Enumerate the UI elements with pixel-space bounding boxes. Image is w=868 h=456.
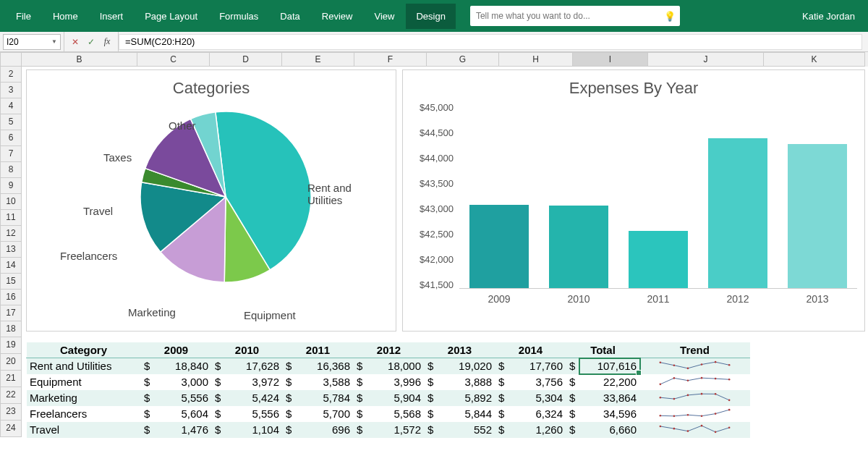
cell-value[interactable]: 5,304	[509, 390, 566, 406]
row-header-7[interactable]: 7	[0, 146, 22, 162]
formula-input[interactable]	[119, 34, 862, 50]
row-header-12[interactable]: 12	[0, 226, 22, 242]
col-header-J[interactable]: J	[648, 52, 764, 67]
row-header-18[interactable]: 18	[0, 321, 22, 337]
cell-value[interactable]: 5,700	[296, 406, 354, 422]
cell-value[interactable]: 5,424	[225, 390, 283, 406]
col-header-F[interactable]: F	[354, 52, 427, 67]
ribbon-tab-design[interactable]: Design	[406, 4, 455, 29]
cell-value[interactable]: 1,260	[509, 422, 566, 438]
cell-value[interactable]: 16,368	[296, 358, 354, 374]
ribbon-tab-formulas[interactable]: Formulas	[209, 4, 268, 29]
ribbon-tab-view[interactable]: View	[364, 4, 404, 29]
col-header-C[interactable]: C	[137, 52, 210, 67]
row-header-6[interactable]: 6	[0, 130, 22, 146]
row-header-21[interactable]: 21	[0, 371, 22, 387]
cell-category[interactable]: Freelancers	[27, 406, 141, 422]
row-header-20[interactable]: 20	[0, 354, 22, 371]
row-header-17[interactable]: 17	[0, 305, 22, 321]
col-header-G[interactable]: G	[427, 52, 499, 67]
cell-value[interactable]: 5,904	[367, 390, 425, 406]
cell-value[interactable]: 1,572	[367, 422, 425, 438]
cell-value[interactable]: 1,476	[154, 422, 212, 438]
row-header-16[interactable]: 16	[0, 290, 22, 305]
select-all-corner[interactable]	[0, 52, 22, 67]
cell-category[interactable]: Rent and Utilities	[27, 358, 141, 374]
chevron-down-icon[interactable]: ▼	[51, 38, 57, 45]
ribbon-tab-review[interactable]: Review	[312, 4, 363, 29]
col-header-total[interactable]: Total	[566, 342, 640, 358]
row-header-19[interactable]: 19	[0, 337, 22, 354]
cell-value[interactable]: 3,996	[367, 374, 425, 390]
row-header-4[interactable]: 4	[0, 98, 22, 114]
row-header-9[interactable]: 9	[0, 178, 22, 194]
col-header-2012[interactable]: 2012	[354, 342, 425, 358]
username-label[interactable]: Katie Jordan	[802, 11, 855, 22]
name-box[interactable]: I20 ▼	[3, 34, 61, 50]
fx-icon[interactable]: fx	[101, 36, 114, 47]
cell-category[interactable]: Equipment	[27, 374, 141, 390]
row-header-5[interactable]: 5	[0, 114, 22, 130]
cell-value[interactable]: 5,604	[154, 406, 212, 422]
table-row[interactable]: Rent and Utilities$18,840$17,628$16,368$…	[27, 358, 750, 374]
ribbon-tab-insert[interactable]: Insert	[90, 4, 134, 29]
row-header-11[interactable]: 11	[0, 210, 22, 226]
cell-value[interactable]: 17,760	[509, 358, 566, 374]
col-header-trend[interactable]: Trend	[640, 342, 750, 358]
ribbon-tab-data[interactable]: Data	[270, 4, 310, 29]
table-row[interactable]: Freelancers$5,604$5,556$5,700$5,568$5,84…	[27, 406, 750, 422]
row-header-8[interactable]: 8	[0, 162, 22, 178]
chart-categories-pie[interactable]: Categories Rent andUtilitiesEquipmentMar…	[26, 69, 396, 332]
cell-value[interactable]: 17,628	[225, 358, 283, 374]
chart-expenses-bar[interactable]: Expenses By Year $45,000$44,500$44,000$4…	[402, 69, 865, 332]
cell-total[interactable]: 22,200	[579, 374, 640, 390]
col-header-category[interactable]: Category	[27, 342, 141, 358]
col-header-K[interactable]: K	[764, 52, 865, 67]
col-header-2014[interactable]: 2014	[495, 342, 566, 358]
ribbon-tab-page-layout[interactable]: Page Layout	[135, 4, 208, 29]
table-row[interactable]: Equipment$3,000$3,972$3,588$3,996$3,888$…	[27, 374, 750, 390]
cell-value[interactable]: 18,000	[367, 358, 425, 374]
cell-value[interactable]: 696	[296, 422, 354, 438]
cell-value[interactable]: 5,844	[438, 406, 495, 422]
col-header-E[interactable]: E	[282, 52, 354, 67]
cell-value[interactable]: 3,756	[509, 374, 566, 390]
cell-value[interactable]: 5,784	[296, 390, 354, 406]
row-header-2[interactable]: 2	[0, 67, 22, 83]
enter-icon[interactable]: ✓	[85, 37, 98, 47]
ribbon-tab-file[interactable]: File	[6, 4, 41, 29]
col-header-2013[interactable]: 2013	[425, 342, 495, 358]
tellme-input[interactable]	[476, 11, 674, 21]
row-header-14[interactable]: 14	[0, 258, 22, 274]
col-header-2009[interactable]: 2009	[141, 342, 212, 358]
row-header-13[interactable]: 13	[0, 242, 22, 258]
col-header-2010[interactable]: 2010	[212, 342, 283, 358]
cell-category[interactable]: Marketing	[27, 390, 141, 406]
row-header-3[interactable]: 3	[0, 83, 22, 98]
cell-value[interactable]: 5,568	[367, 406, 425, 422]
cell-value[interactable]: 6,324	[509, 406, 566, 422]
row-header-22[interactable]: 22	[0, 387, 22, 404]
cancel-icon[interactable]: ✕	[69, 37, 82, 47]
table-row[interactable]: Marketing$5,556$5,424$5,784$5,904$5,892$…	[27, 390, 750, 406]
cell-value[interactable]: 19,020	[438, 358, 495, 374]
row-header-24[interactable]: 24	[0, 421, 22, 437]
cell-value[interactable]: 3,000	[154, 374, 212, 390]
col-header-B[interactable]: B	[22, 52, 137, 67]
col-header-I[interactable]: I	[573, 52, 648, 67]
row-header-10[interactable]: 10	[0, 194, 22, 210]
col-header-H[interactable]: H	[499, 52, 573, 67]
cell-value[interactable]: 3,588	[296, 374, 354, 390]
cell-value[interactable]: 1,104	[225, 422, 283, 438]
cell-total[interactable]: 34,596	[579, 406, 640, 422]
cell-total[interactable]: 33,864	[579, 390, 640, 406]
cell-value[interactable]: 5,892	[438, 390, 495, 406]
cell-value[interactable]: 5,556	[225, 406, 283, 422]
cell-value[interactable]: 3,972	[225, 374, 283, 390]
row-header-15[interactable]: 15	[0, 274, 22, 290]
cell-value[interactable]: 3,888	[438, 374, 495, 390]
cell-total[interactable]: 107,616	[579, 358, 640, 374]
cell-value[interactable]: 5,556	[154, 390, 212, 406]
tellme-box[interactable]: 💡	[470, 6, 680, 26]
col-header-D[interactable]: D	[210, 52, 282, 67]
